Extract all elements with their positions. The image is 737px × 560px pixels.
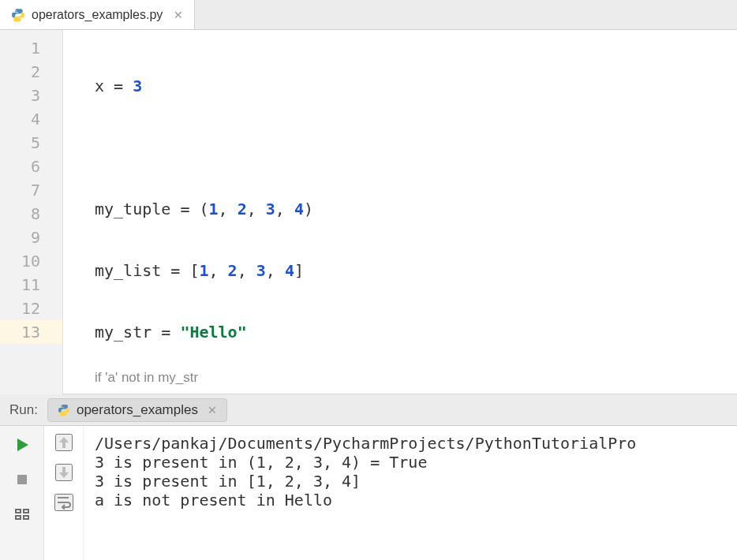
line-number[interactable]: 2 <box>0 60 62 84</box>
svg-rect-4 <box>24 516 28 519</box>
python-file-icon <box>11 8 25 22</box>
run-tool-column <box>0 426 44 560</box>
breadcrumb[interactable]: if 'a' not in my_str <box>63 364 737 394</box>
editor-tab[interactable]: operators_examples.py ✕ <box>0 0 195 29</box>
python-file-icon <box>58 404 70 416</box>
console-line: 3 is present in [1, 2, 3, 4] <box>95 472 361 491</box>
line-number[interactable]: 8 <box>0 202 62 226</box>
editor: 1 2 3 4 5 6 7 8 9 10 11 12 13 x = 3 my_t… <box>0 30 737 394</box>
line-number[interactable]: 3 <box>0 84 62 107</box>
line-number[interactable]: 7 <box>0 178 62 202</box>
console-path: /Users/pankaj/Documents/PycharmProjects/… <box>95 434 636 453</box>
arrow-down-icon[interactable] <box>55 464 73 481</box>
run-panel: /Users/pankaj/Documents/PycharmProjects/… <box>0 426 737 560</box>
console-line: 3 is present in (1, 2, 3, 4) = True <box>95 453 427 472</box>
stop-button[interactable] <box>11 469 33 491</box>
svg-rect-2 <box>16 516 21 519</box>
console-output[interactable]: /Users/pankaj/Documents/PycharmProjects/… <box>84 426 737 560</box>
line-number[interactable]: 1 <box>0 36 62 60</box>
close-icon[interactable]: ✕ <box>208 404 217 416</box>
line-number[interactable]: 4 <box>0 107 62 131</box>
rerun-button[interactable] <box>11 434 33 456</box>
soft-wrap-icon[interactable] <box>54 494 73 511</box>
line-number[interactable]: 9 <box>0 226 62 249</box>
console-line: a is not present in Hello <box>95 491 332 510</box>
run-config-tab[interactable]: operators_examples ✕ <box>47 398 227 422</box>
arrow-up-icon[interactable] <box>55 434 73 451</box>
console-nav-column <box>44 426 84 560</box>
tab-bar: operators_examples.py ✕ <box>0 0 737 30</box>
svg-rect-3 <box>24 510 28 513</box>
run-label: Run: <box>9 402 38 418</box>
layout-button[interactable] <box>11 503 33 525</box>
line-number[interactable]: 5 <box>0 131 62 155</box>
line-number[interactable]: 13 <box>0 320 62 344</box>
line-number[interactable]: 11 <box>0 273 62 297</box>
code-area[interactable]: x = 3 my_tuple = (1, 2, 3, 4) my_list = … <box>63 30 737 364</box>
line-number[interactable]: 12 <box>0 297 62 320</box>
tab-filename: operators_examples.py <box>32 8 163 22</box>
line-number[interactable]: 10 <box>0 249 62 273</box>
run-config-name: operators_examples <box>77 402 198 418</box>
close-icon[interactable]: ✕ <box>174 9 183 21</box>
svg-rect-0 <box>17 475 27 484</box>
line-number[interactable]: 6 <box>0 155 62 178</box>
run-panel-header: Run: operators_examples ✕ <box>0 394 737 426</box>
gutter: 1 2 3 4 5 6 7 8 9 10 11 12 13 <box>0 30 63 394</box>
svg-rect-1 <box>16 510 21 513</box>
